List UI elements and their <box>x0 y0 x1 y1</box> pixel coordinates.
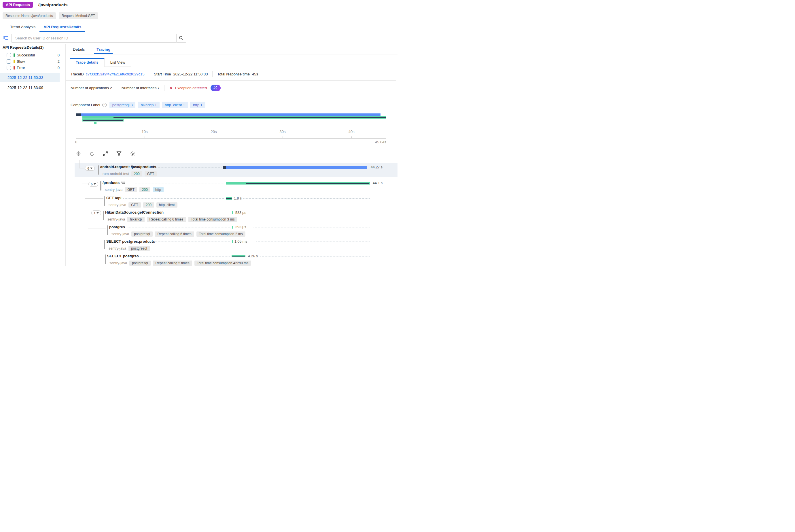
checkbox-successful[interactable] <box>7 53 11 57</box>
axis-tick-30s: 30s <box>280 130 286 134</box>
collapse-panel-icon[interactable] <box>3 35 8 41</box>
search-row <box>0 32 398 44</box>
trace-id-label: TraceID <box>71 72 84 76</box>
status-color-slow <box>14 60 15 63</box>
minimap-line-products <box>113 117 386 118</box>
status-row-successful: Successful 0 <box>7 52 60 58</box>
top-tabs: Trend Analysis API RequestsDetails <box>3 23 398 32</box>
subtab-trace-details[interactable]: Trace details <box>70 58 105 67</box>
refresh-icon[interactable] <box>89 151 95 157</box>
tab-tracing[interactable]: Tracing <box>94 46 113 54</box>
exception-x-icon: ✕ <box>169 86 173 91</box>
subtab-list-view[interactable]: List View <box>105 58 131 67</box>
span-app: sentry-java <box>109 203 126 207</box>
span-app: rum-android-test <box>103 172 129 176</box>
caret-down-icon <box>94 183 96 185</box>
span-app: sentry-java <box>111 232 129 236</box>
waterfall-toolbar <box>75 151 135 157</box>
detail-tabs: Details Tracing <box>71 46 398 54</box>
status-count-successful: 0 <box>58 53 60 57</box>
trace-canvas: 10s 20s 30s 40s 0 45.04s <box>66 112 397 266</box>
axis-end-label: 45.04s <box>375 140 386 144</box>
applications-count: Number of applications 2 <box>71 86 112 90</box>
trace-info-row: TraceID c7f332f53a9f42ffa21ef6c92f029c15… <box>66 67 396 81</box>
span-tag: postgresql <box>129 261 150 266</box>
minimap-bar-root <box>76 113 381 116</box>
status-color-error <box>14 66 15 70</box>
caret-down-icon <box>90 168 92 169</box>
tab-api-requests-details[interactable]: API RequestsDetails <box>39 23 85 32</box>
expand-icon[interactable] <box>103 151 108 157</box>
collapse-badge[interactable]: 6 <box>85 166 95 171</box>
component-label-row: Component Label ? postgresql 3 hikaricp … <box>66 95 398 111</box>
component-chip-postgresql[interactable]: postgresql 3 <box>109 102 136 108</box>
tab-details[interactable]: Details <box>71 46 87 54</box>
span-tag: Total time consumption 42290 ms <box>195 261 251 266</box>
search-icon <box>179 36 184 40</box>
span-name[interactable]: android.request: /java/products <box>100 165 156 169</box>
span-duration: 393 μs <box>235 225 246 229</box>
page: API Requests /java/products Resource Nam… <box>0 0 398 266</box>
exception-detected: ✕ Exception detected <box>169 86 207 91</box>
span-tag: Repeat calling 5 times <box>153 261 192 266</box>
span-tag: hikaricp <box>127 217 144 222</box>
main-panel: Details Tracing Trace details List View … <box>66 44 398 266</box>
axis-tick-20s: 20s <box>211 130 217 134</box>
span-tag: http_client <box>156 202 178 208</box>
span-name[interactable]: HikariDataSource.getConnection <box>105 210 164 214</box>
span-duration: 44.1 s <box>373 181 383 185</box>
span-name[interactable]: SELECT postgres.products <box>106 239 155 244</box>
zoom-in-icon[interactable] <box>121 180 125 185</box>
component-chip-http[interactable]: http 1 <box>190 102 205 108</box>
span-tag: Total time consumption 2 ms <box>197 231 245 236</box>
span-duration: 1.8 s <box>234 196 242 201</box>
caret-down-icon <box>96 212 99 214</box>
filter-chip-method: Request Method:GET <box>59 12 98 19</box>
status-row-error: Error 0 <box>7 65 60 71</box>
checkbox-slow[interactable] <box>7 59 11 64</box>
span-name[interactable]: /products <box>103 180 125 185</box>
locate-icon[interactable] <box>75 151 81 157</box>
search-input[interactable] <box>11 34 177 43</box>
start-time-value: 2025-12-22 11:50:33 <box>173 72 208 76</box>
span-tag: Repeat calling 6 times <box>155 231 194 236</box>
component-chip-hikaricp[interactable]: hikaricp 1 <box>138 102 160 108</box>
settings-gear-icon[interactable] <box>130 151 135 157</box>
trace-list-item[interactable]: 2025-12-22 11:33:09 <box>0 83 60 92</box>
span-name[interactable]: GET /api <box>106 196 122 200</box>
span-tag: postgresql <box>128 246 149 251</box>
collapse-badge[interactable]: 5 <box>89 182 98 187</box>
total-response-value: 45s <box>252 72 258 76</box>
status-label-successful: Successful <box>17 53 58 57</box>
component-chip-http-client[interactable]: http_client 1 <box>162 102 188 108</box>
trace-list-item[interactable]: 2025-12-22 11:50:33 <box>0 73 60 82</box>
filter-icon[interactable] <box>116 151 122 157</box>
timeline-axis <box>76 138 386 139</box>
magic-wand-icon <box>214 86 218 90</box>
span-tag: GET <box>125 187 137 192</box>
minimap-bar-tiny <box>94 122 96 125</box>
span-duration: 4.26 s <box>248 254 258 258</box>
span-name[interactable]: postgres <box>109 225 125 229</box>
minimap-line-sub <box>83 120 123 121</box>
span-name[interactable]: SELECT postgres <box>107 254 139 258</box>
collapse-badge[interactable]: 1 <box>91 210 101 215</box>
status-count-error: 0 <box>58 65 60 70</box>
sidebar: API RequestsDetails(2) Successful 0 Slow… <box>0 44 66 266</box>
search-button[interactable] <box>177 34 186 43</box>
span-app: sentry-java <box>108 217 125 221</box>
sidebar-title: API RequestsDetails(2) <box>3 45 60 50</box>
trace-meta-row: Number of applications 2 Number of Inter… <box>66 81 396 95</box>
help-icon[interactable]: ? <box>102 103 107 107</box>
ai-diagnose-button[interactable] <box>210 84 221 91</box>
span-tag: GET <box>128 202 141 208</box>
page-title: /java/products <box>38 2 68 7</box>
status-label-slow: Slow <box>17 59 58 64</box>
checkbox-error[interactable] <box>7 65 11 70</box>
total-response-label: Total response time <box>217 72 250 76</box>
status-row-slow: Slow 2 <box>7 59 60 64</box>
span-app: sentry-java <box>105 188 123 192</box>
span-tag: 200 <box>131 171 142 176</box>
trace-id-link[interactable]: c7f332f53a9f42ffa21ef6c92f029c15 <box>86 72 145 76</box>
tab-trend-analysis[interactable]: Trend Analysis <box>6 23 39 32</box>
